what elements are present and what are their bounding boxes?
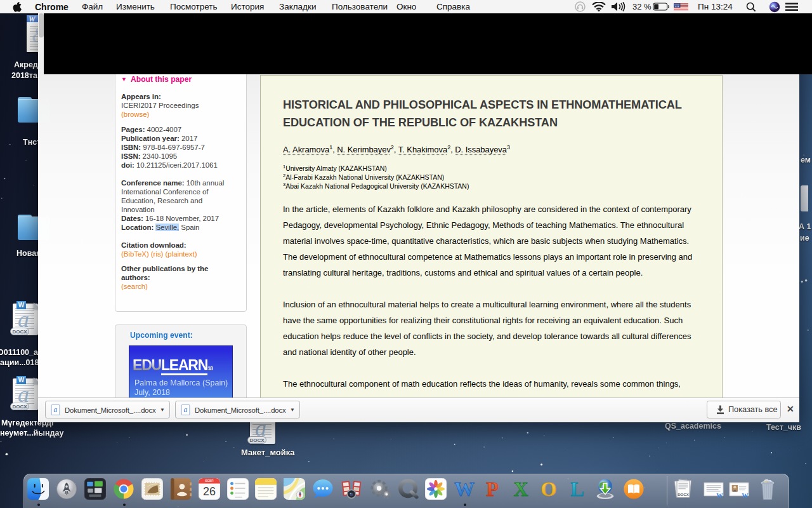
svg-text:a: a xyxy=(184,406,188,414)
svg-text:W: W xyxy=(742,492,749,499)
svg-text:a: a xyxy=(54,406,58,414)
svg-text:L: L xyxy=(570,478,584,500)
svg-text:ФЕВР.: ФЕВР. xyxy=(205,479,214,483)
svg-text:W: W xyxy=(716,492,723,499)
svg-text:26: 26 xyxy=(203,485,216,498)
svg-text:O: O xyxy=(541,478,557,500)
svg-text:P: P xyxy=(486,478,499,500)
svg-text:DOCX: DOCX xyxy=(678,492,690,497)
svg-text:X: X xyxy=(513,478,528,500)
svg-text:W: W xyxy=(454,478,475,500)
